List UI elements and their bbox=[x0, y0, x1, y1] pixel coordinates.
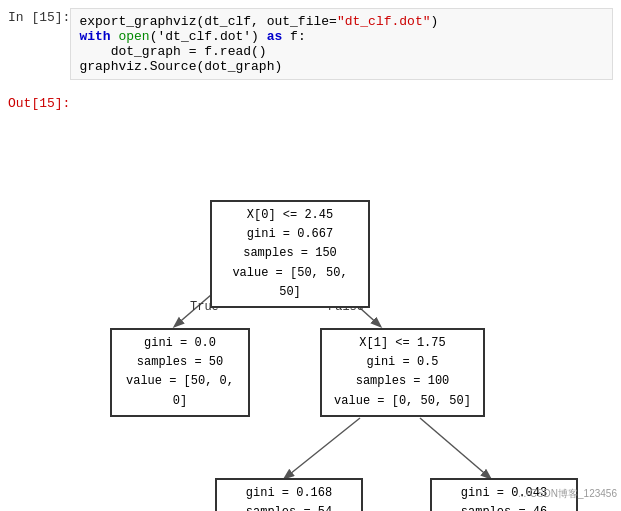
left-line3: value = [50, 0, 0] bbox=[120, 372, 240, 410]
code-block: export_graphviz(dt_clf, out_file="dt_clf… bbox=[70, 8, 613, 80]
right-node: X[1] <= 1.75 gini = 0.5 samples = 100 va… bbox=[320, 328, 485, 417]
code-line-2: with open('dt_clf.dot') as f: bbox=[79, 29, 604, 44]
svg-line-3 bbox=[420, 418, 490, 478]
kw-open: open bbox=[118, 29, 149, 44]
cell-label: In [15]: bbox=[8, 8, 70, 25]
fn-close: ) bbox=[431, 14, 439, 29]
root-line2: gini = 0.667 bbox=[220, 225, 360, 244]
root-node: X[0] <= 2.45 gini = 0.667 samples = 150 … bbox=[210, 200, 370, 308]
root-line4: value = [50, 50, 50] bbox=[220, 264, 360, 302]
svg-line-2 bbox=[285, 418, 360, 478]
kw-as: as bbox=[267, 29, 283, 44]
root-line3: samples = 150 bbox=[220, 244, 360, 263]
right-line3: samples = 100 bbox=[330, 372, 475, 391]
fn-export: export_graphviz bbox=[79, 14, 196, 29]
right-line2: gini = 0.5 bbox=[330, 353, 475, 372]
left-line2: samples = 50 bbox=[120, 353, 240, 372]
kw-with: with bbox=[79, 29, 110, 44]
left-line1: gini = 0.0 bbox=[120, 334, 240, 353]
fn-args: (dt_clf, out_file= bbox=[196, 14, 336, 29]
watermark: ...-CSDN博客_123456 bbox=[518, 487, 617, 501]
right-line1: X[1] <= 1.75 bbox=[330, 334, 475, 353]
code-line-3: dot_graph = f.read() bbox=[79, 44, 604, 59]
as-var: f: bbox=[282, 29, 305, 44]
code-line-4: graphviz.Source(dot_graph) bbox=[79, 59, 604, 74]
root-line1: X[0] <= 2.45 bbox=[220, 206, 360, 225]
bl-line1: gini = 0.168 bbox=[225, 484, 353, 503]
str-filename: "dt_clf.dot" bbox=[337, 14, 431, 29]
right-line4: value = [0, 50, 50] bbox=[330, 392, 475, 411]
tree-visualization: True False X[0] <= 2.45 gini = 0.667 sam… bbox=[0, 88, 621, 503]
code-line-1: export_graphviz(dt_clf, out_file="dt_clf… bbox=[79, 14, 604, 29]
br-line2: samples = 46 bbox=[440, 503, 568, 511]
indent-read: dot_graph = f.read() bbox=[79, 44, 266, 59]
open-args: ('dt_clf.dot') bbox=[150, 29, 267, 44]
bl-line2: samples = 54 bbox=[225, 503, 353, 511]
graphviz-source: graphviz.Source(dot_graph) bbox=[79, 59, 282, 74]
left-node: gini = 0.0 samples = 50 value = [50, 0, … bbox=[110, 328, 250, 417]
bottom-left-node: gini = 0.168 samples = 54 value = [0, 49… bbox=[215, 478, 363, 511]
